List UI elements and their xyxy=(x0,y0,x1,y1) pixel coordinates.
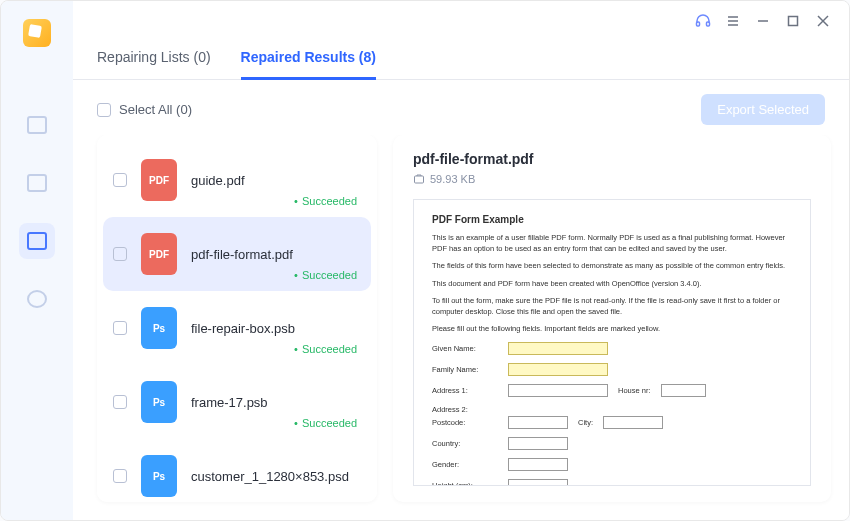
file-icon xyxy=(27,232,47,250)
ps-icon: Ps xyxy=(141,455,177,497)
preview-size: 59.93 KB xyxy=(430,173,475,185)
form-input xyxy=(508,342,608,355)
file-name: customer_1_1280×853.psd xyxy=(191,469,361,484)
file-item[interactable]: Ps file-repair-box.psb Succeeded xyxy=(103,291,371,365)
export-selected-button[interactable]: Export Selected xyxy=(701,94,825,125)
sidebar-item-audio[interactable] xyxy=(19,281,55,317)
doc-heading: PDF Form Example xyxy=(432,214,792,225)
size-icon xyxy=(413,173,425,185)
form-input xyxy=(508,479,568,487)
doc-para: To fill out the form, make sure the PDF … xyxy=(432,296,792,317)
preview-panel: pdf-file-format.pdf 59.93 KB PDF Form Ex… xyxy=(393,135,831,502)
video-icon xyxy=(27,116,47,134)
minimize-icon[interactable] xyxy=(755,13,771,29)
tabs: Repairing Lists (0) Repaired Results (8) xyxy=(73,41,849,80)
form-label: Country: xyxy=(432,439,502,448)
select-all[interactable]: Select All (0) xyxy=(97,102,192,117)
svg-rect-9 xyxy=(415,176,424,183)
pdf-icon: PDF xyxy=(141,159,177,201)
form-label: City: xyxy=(578,418,593,427)
file-checkbox[interactable] xyxy=(113,173,127,187)
content: PDF guide.pdf Succeeded PDF pdf-file-for… xyxy=(73,135,849,520)
svg-rect-6 xyxy=(789,17,798,26)
form-input xyxy=(508,437,568,450)
form-label: House nr: xyxy=(618,386,651,395)
pdf-icon: PDF xyxy=(141,233,177,275)
file-checkbox[interactable] xyxy=(113,321,127,335)
form-label: Gender: xyxy=(432,460,502,469)
file-checkbox[interactable] xyxy=(113,469,127,483)
file-name: file-repair-box.psb xyxy=(191,321,361,336)
file-name: frame-17.psb xyxy=(191,395,361,410)
file-status: Succeeded xyxy=(294,269,357,281)
sidebar-item-video[interactable] xyxy=(19,107,55,143)
main-panel: Repairing Lists (0) Repaired Results (8)… xyxy=(73,1,849,520)
file-name: guide.pdf xyxy=(191,173,361,188)
toolbar: Select All (0) Export Selected xyxy=(73,80,849,135)
form-label: Family Name: xyxy=(432,365,502,374)
app-logo-icon xyxy=(23,19,51,47)
form-input xyxy=(508,384,608,397)
doc-para: The fields of this form have been select… xyxy=(432,261,792,272)
tab-repaired[interactable]: Repaired Results (8) xyxy=(241,41,376,80)
ps-icon: Ps xyxy=(141,307,177,349)
doc-para: This document and PDF form have been cre… xyxy=(432,279,792,290)
form-input xyxy=(508,363,608,376)
image-icon xyxy=(27,174,47,192)
select-all-label: Select All (0) xyxy=(119,102,192,117)
file-item[interactable]: Ps customer_1_1280×853.psd xyxy=(103,439,371,502)
file-checkbox[interactable] xyxy=(113,395,127,409)
file-name: pdf-file-format.pdf xyxy=(191,247,361,262)
form-input xyxy=(508,416,568,429)
file-list: PDF guide.pdf Succeeded PDF pdf-file-for… xyxy=(97,135,377,502)
close-icon[interactable] xyxy=(815,13,831,29)
file-item[interactable]: PDF pdf-file-format.pdf Succeeded xyxy=(103,217,371,291)
sidebar xyxy=(1,1,73,520)
doc-para: This is an example of a user fillable PD… xyxy=(432,233,792,254)
sidebar-item-image[interactable] xyxy=(19,165,55,201)
form-input xyxy=(508,458,568,471)
select-all-checkbox[interactable] xyxy=(97,103,111,117)
preview-document: PDF Form Example This is an example of a… xyxy=(413,199,811,486)
file-status: Succeeded xyxy=(294,195,357,207)
file-status: Succeeded xyxy=(294,343,357,355)
form-input xyxy=(661,384,706,397)
file-checkbox[interactable] xyxy=(113,247,127,261)
file-item[interactable]: PDF guide.pdf Succeeded xyxy=(103,143,371,217)
file-status: Succeeded xyxy=(294,417,357,429)
svg-rect-1 xyxy=(707,22,710,26)
doc-para: Please fill out the following fields. Im… xyxy=(432,324,792,335)
tab-repairing[interactable]: Repairing Lists (0) xyxy=(97,41,211,79)
form-label: Address 1: xyxy=(432,386,502,395)
form-label: Address 2: xyxy=(432,405,502,414)
preview-title: pdf-file-format.pdf xyxy=(413,151,811,167)
sidebar-item-file[interactable] xyxy=(19,223,55,259)
form-input xyxy=(603,416,663,429)
form-label: Height (cm): xyxy=(432,481,502,487)
form-label: Postcode: xyxy=(432,418,502,427)
preview-meta: 59.93 KB xyxy=(413,173,811,185)
headphones-icon[interactable] xyxy=(695,13,711,29)
file-item[interactable]: Ps frame-17.psb Succeeded xyxy=(103,365,371,439)
titlebar xyxy=(73,1,849,41)
maximize-icon[interactable] xyxy=(785,13,801,29)
ps-icon: Ps xyxy=(141,381,177,423)
form-label: Given Name: xyxy=(432,344,502,353)
svg-rect-0 xyxy=(697,22,700,26)
menu-icon[interactable] xyxy=(725,13,741,29)
audio-icon xyxy=(27,290,47,308)
